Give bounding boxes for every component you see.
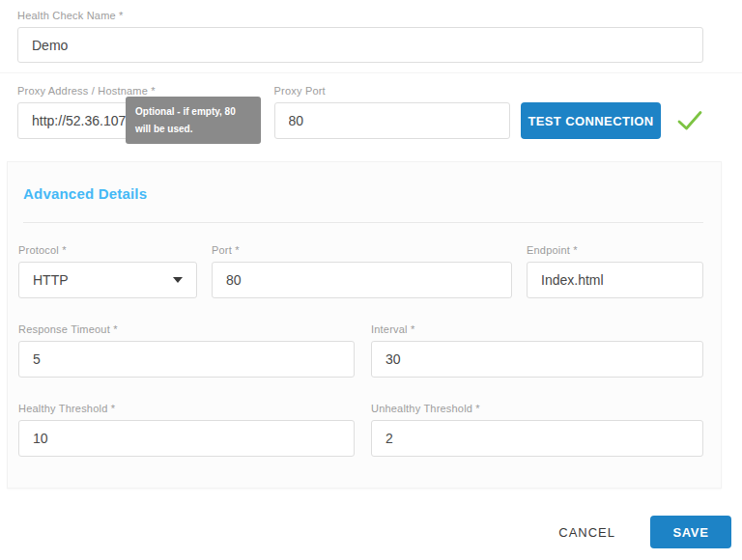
success-check-icon (676, 109, 703, 132)
proxy-port-input[interactable] (274, 102, 511, 139)
port-input[interactable] (212, 262, 512, 298)
field-interval: Interval * (371, 323, 703, 378)
unhealthy-threshold-input[interactable] (371, 420, 703, 457)
field-unhealthy-threshold: Unhealthy Threshold * (371, 403, 703, 457)
healthy-threshold-label: Healthy Threshold * (18, 403, 355, 415)
field-proxy-port: Proxy Port (274, 85, 511, 139)
field-response-timeout: Response Timeout * (18, 323, 355, 378)
advanced-row-protocol: Protocol * HTTP Port * Endpoint * (18, 244, 703, 298)
interval-input[interactable] (371, 341, 703, 378)
response-timeout-input[interactable] (18, 341, 355, 378)
response-timeout-label: Response Timeout * (18, 323, 355, 336)
field-endpoint: Endpoint * (527, 244, 703, 298)
unhealthy-threshold-label: Unhealthy Threshold * (371, 403, 703, 415)
port-label: Port * (212, 244, 512, 257)
health-check-form: Health Check Name * Proxy Address / Host… (0, 0, 742, 560)
endpoint-label: Endpoint * (527, 244, 703, 257)
field-port: Port * (212, 244, 512, 298)
save-button[interactable]: SAVE (650, 516, 731, 548)
chevron-down-icon (173, 277, 183, 283)
protocol-select-value: HTTP (33, 272, 69, 288)
health-check-name-label: Health Check Name * (17, 10, 703, 22)
protocol-select[interactable]: HTTP (18, 262, 197, 298)
advanced-row-thresholds: Healthy Threshold * Unhealthy Threshold … (18, 403, 703, 457)
field-healthy-threshold: Healthy Threshold * (18, 403, 355, 457)
section-divider (0, 72, 742, 73)
form-footer: CANCEL SAVE (0, 516, 742, 548)
protocol-label: Protocol * (18, 244, 197, 257)
healthy-threshold-input[interactable] (18, 420, 355, 457)
field-protocol: Protocol * HTTP (18, 244, 197, 298)
proxy-row: Proxy Address / Hostname * Proxy Port TE… (17, 85, 703, 139)
advanced-details-title: Advanced Details (23, 185, 703, 203)
cancel-button[interactable]: CANCEL (555, 518, 619, 547)
test-connection-button[interactable]: TEST CONNECTION (521, 102, 661, 139)
field-health-check-name: Health Check Name * (17, 10, 703, 63)
advanced-row-timing: Response Timeout * Interval * (18, 323, 703, 378)
basic-details-section: Health Check Name * Proxy Address / Host… (0, 0, 742, 139)
interval-label: Interval * (371, 323, 703, 336)
health-check-name-input[interactable] (17, 27, 703, 63)
proxy-port-tooltip: Optional - if empty, 80 will be used. (126, 97, 261, 144)
endpoint-input[interactable] (527, 262, 703, 298)
proxy-port-label: Proxy Port (274, 85, 511, 98)
advanced-details-section: Advanced Details Protocol * HTTP Port * … (7, 161, 722, 489)
advanced-title-divider (23, 222, 703, 223)
